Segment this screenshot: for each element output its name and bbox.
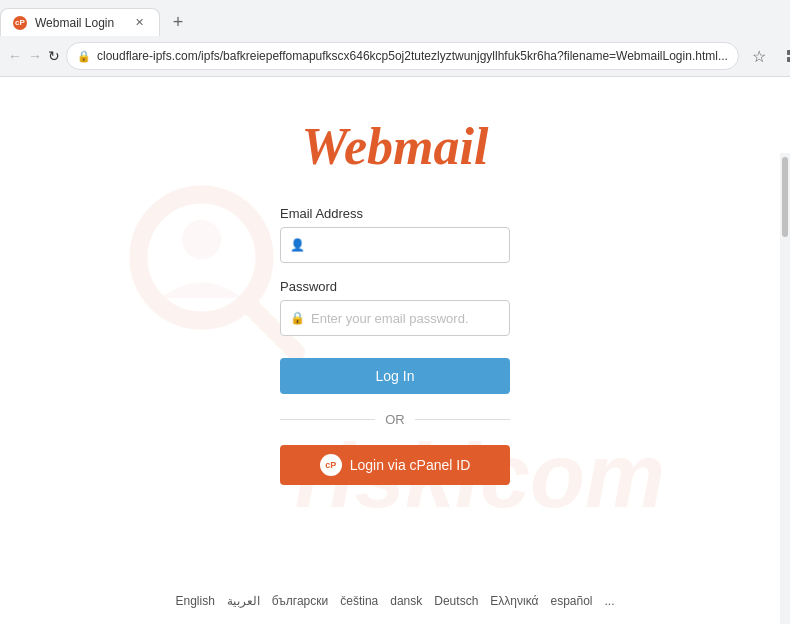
password-label: Password: [280, 279, 510, 294]
email-input[interactable]: [280, 227, 510, 263]
or-line-right: [415, 419, 510, 420]
secure-icon: 🔒: [77, 50, 91, 63]
language-item[interactable]: Ελληνικά: [490, 594, 538, 608]
or-text: OR: [385, 412, 405, 427]
back-button[interactable]: ←: [8, 42, 22, 70]
language-item[interactable]: dansk: [390, 594, 422, 608]
email-label: Email Address: [280, 206, 510, 221]
toolbar: ← → ↻ 🔒 cloudflare-ipfs.com/ipfs/bafkrei…: [0, 36, 790, 76]
address-text: cloudflare-ipfs.com/ipfs/bafkreiepeffoma…: [97, 49, 728, 63]
new-tab-button[interactable]: +: [164, 8, 192, 36]
webmail-logo: Webmail: [302, 117, 489, 176]
lock-icon: 🔒: [290, 311, 305, 325]
email-input-wrapper: 👤: [280, 227, 510, 263]
cpanel-login-button[interactable]: cP Login via cPanel ID: [280, 445, 510, 485]
tab-bar: cP Webmail Login ✕ +: [0, 0, 790, 36]
bookmark-button[interactable]: ☆: [745, 42, 773, 70]
language-item[interactable]: ...: [605, 594, 615, 608]
language-bar: EnglishالعربيةбългарскиčeštinadanskDeuts…: [0, 594, 790, 608]
or-line-left: [280, 419, 375, 420]
language-item[interactable]: Deutsch: [434, 594, 478, 608]
login-container: Webmail Email Address 👤 Password 🔒 Log I…: [0, 77, 790, 485]
password-input[interactable]: [280, 300, 510, 336]
address-bar[interactable]: 🔒 cloudflare-ipfs.com/ipfs/bafkreiepeffo…: [66, 42, 739, 70]
extensions-button[interactable]: [779, 42, 790, 70]
tab-title: Webmail Login: [35, 16, 123, 30]
language-item[interactable]: English: [175, 594, 214, 608]
password-form-group: Password 🔒: [280, 279, 510, 336]
login-button[interactable]: Log In: [280, 358, 510, 394]
or-divider: OR: [280, 412, 510, 427]
active-tab[interactable]: cP Webmail Login ✕: [0, 8, 160, 36]
tab-favicon: cP: [13, 16, 27, 30]
email-form-group: Email Address 👤: [280, 206, 510, 263]
browser-chrome: cP Webmail Login ✕ + ← → ↻ 🔒 cloudflare-…: [0, 0, 790, 77]
user-icon: 👤: [290, 238, 305, 252]
language-item[interactable]: български: [272, 594, 328, 608]
language-item[interactable]: العربية: [227, 594, 260, 608]
language-item[interactable]: čeština: [340, 594, 378, 608]
tab-close-button[interactable]: ✕: [131, 15, 147, 31]
reload-button[interactable]: ↻: [48, 42, 60, 70]
page-content: riskicom Webmail Email Address 👤 Passwor…: [0, 77, 790, 624]
cpanel-logo-icon: cP: [320, 454, 342, 476]
language-item[interactable]: español: [550, 594, 592, 608]
forward-button[interactable]: →: [28, 42, 42, 70]
cpanel-button-text: Login via cPanel ID: [350, 457, 471, 473]
password-input-wrapper: 🔒: [280, 300, 510, 336]
